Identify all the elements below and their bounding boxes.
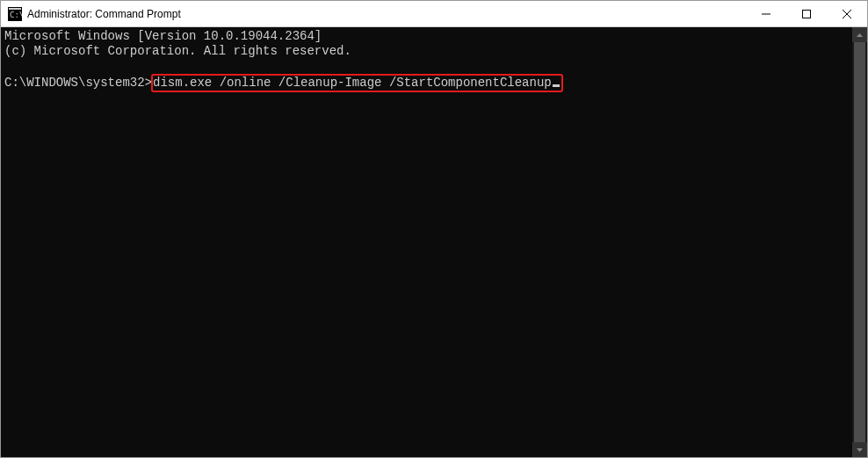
terminal-wrapper: Microsoft Windows [Version 10.0.19044.23…	[1, 27, 867, 457]
terminal-area[interactable]: Microsoft Windows [Version 10.0.19044.23…	[1, 27, 852, 457]
vertical-scrollbar[interactable]	[852, 27, 867, 457]
scroll-down-button[interactable]	[852, 442, 867, 457]
titlebar: C:\ Administrator: Command Prompt	[1, 1, 867, 27]
minimize-icon	[762, 10, 770, 18]
version-line: Microsoft Windows [Version 10.0.19044.23…	[4, 29, 322, 43]
prompt-text: C:\WINDOWS\system32>	[4, 76, 152, 90]
scroll-track[interactable]	[852, 42, 867, 442]
copyright-line: (c) Microsoft Corporation. All rights re…	[4, 44, 351, 58]
cmd-icon: C:\	[8, 7, 22, 21]
maximize-icon	[802, 10, 811, 18]
maximize-button[interactable]	[786, 1, 827, 26]
command-text: dism.exe /online /Cleanup-Image /StartCo…	[153, 76, 552, 90]
svg-rect-1	[9, 8, 21, 10]
command-highlight: dism.exe /online /Cleanup-Image /StartCo…	[151, 74, 563, 92]
scroll-thumb[interactable]	[854, 42, 865, 442]
chevron-down-icon	[857, 448, 863, 452]
window-controls	[746, 1, 867, 26]
minimize-button[interactable]	[746, 1, 786, 26]
chevron-up-icon	[857, 33, 863, 37]
svg-text:C:\: C:\	[10, 11, 22, 19]
text-cursor	[553, 84, 560, 87]
close-button[interactable]	[827, 1, 867, 26]
svg-rect-4	[803, 10, 811, 18]
close-icon	[843, 10, 851, 18]
window-title: Administrator: Command Prompt	[27, 8, 746, 20]
scroll-up-button[interactable]	[852, 27, 867, 42]
